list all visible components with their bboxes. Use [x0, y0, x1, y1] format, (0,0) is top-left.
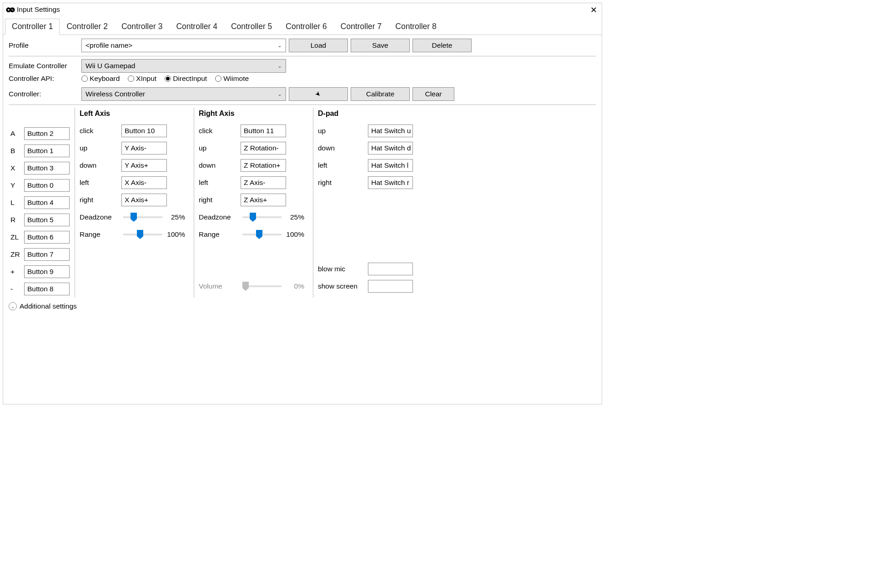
btn-zr-map[interactable]: Button 7 [24, 248, 70, 261]
chevron-down-icon: ⌄ [277, 91, 282, 97]
profile-value: <profile name> [85, 41, 132, 50]
btn-a-map[interactable]: Button 2 [24, 127, 70, 140]
btn-zl-label: ZL [10, 233, 24, 241]
left-range-pct: 100% [164, 230, 185, 239]
tab-controller-5[interactable]: Controller 5 [224, 19, 279, 35]
api-radio-wiimote[interactable]: Wiimote [215, 75, 249, 83]
dpad-left-map[interactable]: Hat Switch l [368, 159, 413, 172]
left-up-map[interactable]: Y Axis- [121, 142, 167, 154]
btn-minus-map[interactable]: Button 8 [24, 283, 70, 295]
right-axis-title: Right Axis [199, 110, 308, 118]
right-click-map[interactable]: Button 11 [241, 125, 286, 137]
left-deadzone-slider[interactable] [123, 216, 162, 218]
svg-point-5 [12, 10, 13, 10]
right-right-map[interactable]: Z Axis+ [241, 194, 286, 206]
gamepad-icon [6, 6, 15, 13]
left-down-map[interactable]: Y Axis+ [121, 159, 167, 172]
btn-x-map[interactable]: Button 3 [24, 162, 70, 174]
close-icon[interactable]: ✕ [590, 6, 597, 14]
right-down-map[interactable]: Z Rotation+ [241, 159, 286, 172]
tab-controller-4[interactable]: Controller 4 [169, 19, 224, 35]
right-deadzone-pct: 25% [283, 213, 304, 221]
volume-slider[interactable] [242, 285, 282, 287]
dpad-title: D-pad [318, 110, 413, 118]
radio-icon [215, 75, 221, 82]
btn-b-label: B [10, 147, 24, 155]
btn-plus-map[interactable]: Button 9 [24, 265, 70, 278]
controller-combo[interactable]: Wireless Controller⌄ [81, 87, 286, 101]
delete-button[interactable]: Delete [412, 39, 472, 52]
volume-pct: 0% [283, 282, 304, 290]
window-title: Input Settings [17, 5, 60, 14]
btn-y-map[interactable]: Button 0 [24, 179, 70, 192]
btn-b-map[interactable]: Button 1 [24, 145, 70, 157]
btn-plus-label: + [10, 268, 24, 276]
right-deadzone-slider[interactable] [242, 216, 282, 218]
controller-label: Controller: [9, 90, 81, 98]
api-radio-directinput[interactable]: DirectInput [165, 75, 207, 83]
radio-icon [81, 75, 88, 82]
right-left-map[interactable]: Z Axis- [241, 176, 286, 189]
left-axis-title: Left Axis [80, 110, 189, 118]
profile-combo[interactable]: <profile name>⌄ [81, 39, 286, 52]
tab-controller-6[interactable]: Controller 6 [279, 19, 333, 35]
btn-x-label: X [10, 164, 24, 172]
dpad-down-map[interactable]: Hat Switch d [368, 142, 413, 154]
controller-tabs: Controller 1 Controller 2 Controller 3 C… [3, 19, 602, 35]
clear-button[interactable]: Clear [412, 87, 454, 101]
right-range-slider[interactable] [242, 234, 282, 235]
load-button[interactable]: Load [289, 39, 348, 52]
svg-rect-3 [8, 9, 9, 10]
btn-l-label: L [10, 199, 24, 207]
show-screen-map[interactable] [368, 280, 413, 293]
calibrate-button[interactable]: Calibrate [351, 87, 410, 101]
api-label: Controller API: [9, 75, 81, 83]
input-settings-window: Input Settings ✕ Controller 1 Controller… [3, 3, 602, 404]
btn-y-label: Y [10, 181, 24, 189]
left-right-map[interactable]: X Axis+ [121, 194, 167, 206]
radio-icon [165, 75, 171, 82]
tab-controller-8[interactable]: Controller 8 [388, 19, 443, 35]
api-radio-keyboard[interactable]: Keyboard [81, 75, 120, 83]
tab-controller-2[interactable]: Controller 2 [60, 19, 114, 35]
api-radio-xinput[interactable]: XInput [128, 75, 156, 83]
dpad-up-map[interactable]: Hat Switch u [368, 125, 413, 137]
tab-controller-1[interactable]: Controller 1 [5, 19, 60, 35]
controller-value: Wireless Controller [85, 90, 145, 98]
left-deadzone-pct: 25% [164, 213, 185, 221]
blow-mic-map[interactable] [368, 263, 413, 275]
titlebar: Input Settings ✕ [3, 3, 602, 16]
chevron-down-icon: ⌄ [277, 42, 282, 49]
btn-zr-label: ZR [10, 250, 24, 259]
btn-minus-label: - [10, 285, 24, 293]
btn-l-map[interactable]: Button 4 [24, 196, 70, 209]
emulate-combo[interactable]: Wii U Gamepad⌄ [81, 59, 286, 73]
radio-icon [128, 75, 134, 82]
btn-r-map[interactable]: Button 5 [24, 214, 70, 226]
left-click-map[interactable]: Button 10 [121, 125, 167, 137]
chevron-down-icon: ⌄ [277, 63, 282, 69]
right-range-pct: 100% [283, 230, 304, 239]
show-screen-label: show screen [318, 282, 368, 290]
refresh-button[interactable]: ➤ [289, 87, 348, 101]
svg-point-4 [11, 9, 12, 10]
dpad-right-map[interactable]: Hat Switch r [368, 176, 413, 189]
right-up-map[interactable]: Z Rotation- [241, 142, 286, 154]
additional-settings-label: Additional settings [20, 302, 77, 310]
additional-settings-toggle[interactable]: ⌄ Additional settings [9, 302, 596, 310]
api-radio-group: Keyboard XInput DirectInput Wiimote [81, 75, 249, 83]
profile-label: Profile [9, 41, 81, 50]
svg-point-1 [10, 7, 15, 12]
btn-a-label: A [10, 130, 24, 138]
btn-r-label: R [10, 216, 24, 224]
tab-controller-7[interactable]: Controller 7 [334, 19, 388, 35]
tab-controller-3[interactable]: Controller 3 [115, 19, 169, 35]
left-range-slider[interactable] [123, 234, 162, 235]
emulate-value: Wii U Gamepad [85, 62, 135, 70]
save-button[interactable]: Save [351, 39, 410, 52]
btn-zl-map[interactable]: Button 6 [24, 231, 70, 244]
chevron-down-icon: ⌄ [9, 302, 17, 310]
compass-icon: ➤ [314, 90, 323, 99]
left-left-map[interactable]: X Axis- [121, 176, 167, 189]
blow-mic-label: blow mic [318, 265, 368, 273]
